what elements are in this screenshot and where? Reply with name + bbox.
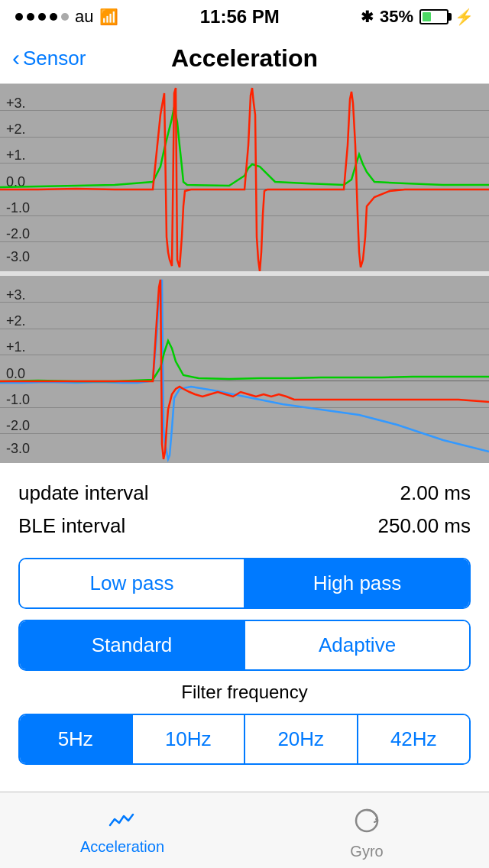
battery-percent: 35% — [380, 7, 413, 27]
back-button[interactable]: ‹ Sensor — [12, 47, 86, 70]
adaptive-button[interactable]: Adaptive — [244, 621, 469, 669]
update-interval-value: 2.00 ms — [400, 481, 471, 505]
chart-2: +3. +2. +1. 0.0 -1.0 -2.0 -3.0 — [0, 276, 489, 463]
chart-1: +3. +2. +1. 0.0 -1.0 -2.0 -3.0 — [0, 84, 489, 271]
status-bar: au 📶 11:56 PM ✱ 35% ⚡ — [0, 0, 489, 34]
freq-42hz-button[interactable]: 42Hz — [357, 715, 470, 763]
high-pass-button[interactable]: High pass — [244, 559, 469, 607]
tab-bar: Acceleration Gyro — [0, 792, 489, 868]
signal-dots — [15, 13, 69, 21]
chart2-svg — [0, 276, 489, 463]
freq-10hz-button[interactable]: 10Hz — [131, 715, 244, 763]
nav-bar: ‹ Sensor Acceleration — [0, 34, 489, 84]
tab-gyro[interactable]: Gyro — [244, 801, 489, 860]
clock: 11:56 PM — [200, 6, 280, 28]
tab-gyro-label: Gyro — [350, 843, 383, 860]
charging-icon: ⚡ — [455, 8, 474, 26]
low-pass-button[interactable]: Low pass — [20, 559, 244, 607]
bluetooth-icon: ✱ — [361, 8, 374, 26]
chart1-svg — [0, 84, 489, 271]
page-title: Acceleration — [171, 44, 318, 73]
battery-icon — [419, 9, 449, 24]
back-chevron-icon: ‹ — [12, 47, 20, 70]
status-right: ✱ 35% ⚡ — [361, 7, 474, 27]
wifi-icon: 📶 — [99, 8, 118, 26]
update-interval-label: update interval — [18, 481, 149, 505]
status-left: au 📶 — [15, 7, 118, 27]
back-label: Sensor — [23, 47, 86, 70]
frequency-group: 5Hz 10Hz 20Hz 42Hz — [18, 714, 471, 765]
carrier-label: au — [75, 7, 93, 27]
acceleration-icon — [108, 811, 136, 835]
filter-type-group: Low pass High pass — [18, 558, 471, 609]
ble-interval-row: BLE interval 250.00 ms — [18, 510, 471, 542]
freq-20hz-button[interactable]: 20Hz — [244, 715, 357, 763]
filter-mode-group: Standard Adaptive — [18, 620, 471, 671]
button-section: Low pass High pass Standard Adaptive Fil… — [0, 550, 489, 772]
info-section: update interval 2.00 ms BLE interval 250… — [0, 463, 489, 550]
filter-frequency-label: Filter frequency — [18, 682, 471, 703]
freq-5hz-button[interactable]: 5Hz — [20, 715, 131, 763]
update-interval-row: update interval 2.00 ms — [18, 477, 471, 510]
standard-button[interactable]: Standard — [20, 621, 244, 669]
ble-interval-value: 250.00 ms — [378, 514, 471, 538]
tab-acceleration-label: Acceleration — [80, 838, 164, 856]
tab-acceleration[interactable]: Acceleration — [0, 805, 244, 856]
ble-interval-label: BLE interval — [18, 514, 125, 538]
gyro-icon — [353, 807, 381, 840]
